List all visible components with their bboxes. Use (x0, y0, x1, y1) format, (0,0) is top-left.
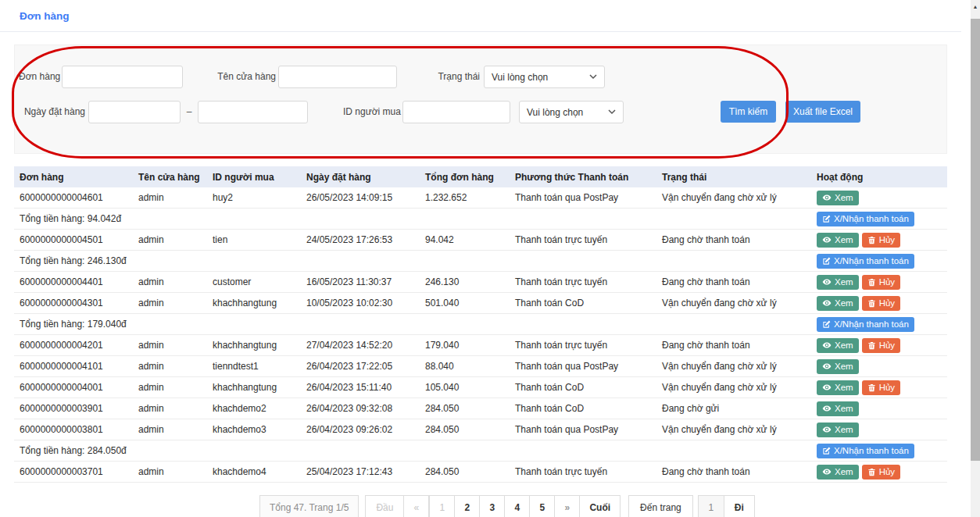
eye-icon (822, 193, 832, 202)
actions-cell: X/Nhận thanh toán (811, 314, 947, 335)
cancel-button[interactable]: Hủy (862, 296, 900, 311)
table-cell: 6000000000003701 (14, 462, 133, 483)
table-cell: Vận chuyển đang chờ xử lý (656, 293, 811, 314)
action-button-label: Hủy (879, 277, 895, 287)
chevron-down-icon (608, 109, 616, 115)
cancel-button[interactable]: Hủy (862, 233, 900, 248)
table-cell: 6000000000004501 (14, 230, 133, 251)
payment-button[interactable]: X/Nhận thanh toán (817, 317, 914, 332)
trash-icon (867, 383, 876, 392)
table-cell: 26/05/2023 14:09:15 (301, 187, 420, 209)
date-from-input[interactable] (88, 101, 181, 123)
summary-row: Tổng tiền hàng: 284.050đX/Nhận thanh toá… (14, 440, 947, 462)
vertical-scrollbar[interactable]: ▲ (971, 0, 980, 517)
cancel-button[interactable]: Hủy (862, 338, 900, 353)
page-button-2[interactable]: 2 (454, 495, 480, 517)
view-button[interactable]: Xem (817, 465, 859, 480)
cancel-button[interactable]: Hủy (862, 465, 900, 480)
eye-icon (822, 362, 832, 371)
table-cell: 179.040 (420, 335, 510, 356)
prev-page-button[interactable]: « (403, 495, 429, 517)
last-page-button[interactable]: Cuối (579, 495, 621, 517)
trash-icon (867, 341, 876, 350)
table-cell: admin (133, 293, 207, 314)
page-buttons: 12345 (429, 495, 555, 517)
cancel-button[interactable]: Hủy (862, 275, 900, 290)
action-button-label: Xem (835, 467, 853, 476)
table-header: Đơn hàng Tên cửa hàng ID người mua Ngày … (14, 166, 947, 187)
view-button[interactable]: Xem (817, 401, 859, 416)
action-button-label: Xem (835, 404, 853, 413)
actions-cell: Xem (811, 419, 947, 440)
buyer-id-input[interactable] (402, 101, 510, 123)
view-button[interactable]: Xem (817, 233, 859, 248)
summary-label: Tổng tiền hàng: 179.040đ (14, 314, 811, 335)
page-button-1[interactable]: 1 (429, 495, 455, 517)
summary-label: Tổng tiền hàng: 246.130đ (14, 251, 811, 272)
action-button-label: Xem (835, 425, 853, 434)
eye-icon (822, 277, 832, 287)
table-cell: 1.232.652 (420, 187, 510, 209)
page-button-3[interactable]: 3 (479, 495, 505, 517)
action-button-label: X/Nhận thanh toán (834, 446, 909, 455)
payment-button[interactable]: X/Nhận thanh toán (817, 444, 914, 458)
goto-page-input[interactable] (698, 495, 724, 517)
action-button-label: X/Nhận thanh toán (834, 256, 909, 266)
table-cell: Thanh toán qua PostPay (510, 356, 656, 377)
store-filter-input[interactable] (278, 66, 397, 88)
view-button[interactable]: Xem (817, 275, 859, 290)
table-row: 6000000000004301adminkhachhangtung10/05/… (14, 293, 947, 314)
view-button[interactable]: Xem (817, 359, 859, 374)
order-filter-input[interactable] (62, 66, 183, 88)
table-cell: 284.050 (420, 419, 510, 440)
table-cell: 26/04/2023 15:11:40 (301, 377, 420, 398)
payment-button[interactable]: X/Nhận thanh toán (817, 254, 914, 269)
date-to-input[interactable] (198, 101, 308, 123)
table-cell: admin (133, 419, 207, 440)
actions-cell: Xem (811, 356, 947, 377)
page-button-4[interactable]: 4 (504, 495, 530, 517)
action-button-label: X/Nhận thanh toán (834, 214, 909, 223)
table-cell: 6000000000004001 (14, 377, 133, 398)
table-row: 6000000000004201adminkhachhangtung27/04/… (14, 335, 947, 356)
trash-icon (867, 236, 876, 244)
cancel-button[interactable]: Hủy (862, 380, 900, 395)
actions-cell: XemHủy (811, 377, 947, 398)
chevron-down-icon (589, 74, 597, 80)
scroll-up-arrow-icon[interactable]: ▲ (971, 0, 980, 13)
action-button-label: Xem (835, 235, 853, 244)
table-cell: Đang chờ thanh toán (656, 335, 811, 356)
column-header-buyer: ID người mua (207, 166, 301, 187)
eye-icon (822, 383, 832, 392)
view-button[interactable]: Xem (817, 380, 859, 395)
view-button[interactable]: Xem (817, 191, 859, 205)
table-cell: admin (133, 187, 207, 209)
actions-cell: X/Nhận thanh toán (811, 209, 947, 230)
view-button[interactable]: Xem (817, 423, 859, 437)
column-header-payment-method: Phương thức Thanh toán (510, 166, 656, 187)
actions-cell: X/Nhận thanh toán (811, 251, 947, 272)
next-page-button[interactable]: » (554, 495, 580, 517)
goto-page-label: Đến trang (628, 495, 693, 517)
action-button-label: Hủy (879, 383, 895, 392)
scrollbar-thumb[interactable] (971, 19, 980, 461)
table-cell: 6000000000004201 (14, 335, 133, 356)
payment-button[interactable]: X/Nhận thanh toán (817, 212, 914, 226)
view-button[interactable]: Xem (817, 338, 859, 353)
column-header-status: Trạng thái (656, 166, 811, 187)
secondary-filter-select[interactable]: Vui lòng chọn (519, 101, 624, 123)
table-cell: 6000000000004601 (14, 187, 133, 209)
search-button[interactable]: Tìm kiếm (721, 101, 776, 123)
table-cell: Thanh toán CoD (510, 398, 656, 419)
first-page-button[interactable]: Đầu (365, 495, 404, 517)
export-excel-button[interactable]: Xuất file Excel (785, 101, 860, 123)
status-filter-select[interactable]: Vui lòng chọn (484, 66, 605, 88)
view-button[interactable]: Xem (817, 296, 859, 311)
column-header-total: Tổng đơn hàng (420, 166, 510, 187)
page-button-5[interactable]: 5 (529, 495, 555, 517)
go-button[interactable]: Đi (724, 495, 755, 517)
table-cell: 284.050 (420, 462, 510, 483)
secondary-select-value: Vui lòng chọn (527, 107, 583, 118)
table-row: 6000000000003801adminkhachdemo326/04/202… (14, 419, 947, 440)
table-cell: 6000000000004101 (14, 356, 133, 377)
